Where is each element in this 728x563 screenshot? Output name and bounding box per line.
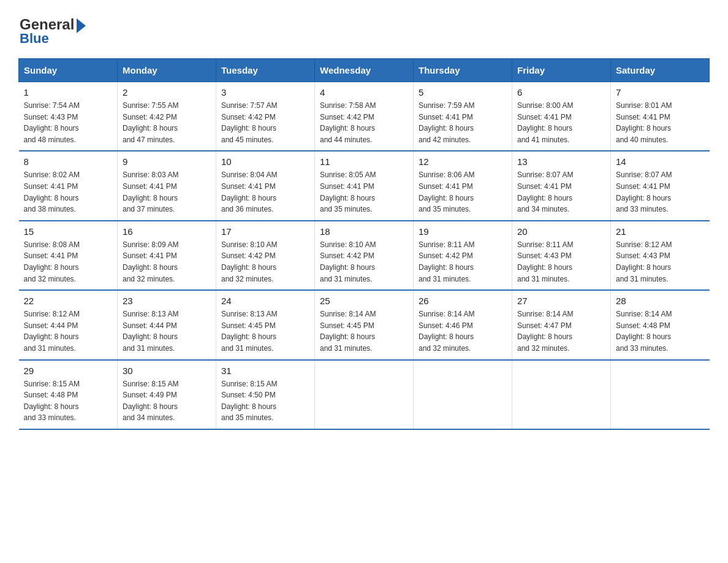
- calendar-cell: 7 Sunrise: 8:01 AMSunset: 4:41 PMDayligh…: [611, 82, 710, 151]
- calendar-cell: 23 Sunrise: 8:13 AMSunset: 4:44 PMDaylig…: [118, 290, 216, 359]
- calendar-cell: 1 Sunrise: 7:54 AMSunset: 4:43 PMDayligh…: [19, 82, 118, 151]
- calendar-table: SundayMondayTuesdayWednesdayThursdayFrid…: [18, 58, 710, 430]
- calendar-cell: 16 Sunrise: 8:09 AMSunset: 4:41 PMDaylig…: [118, 221, 216, 290]
- calendar-cell: 11 Sunrise: 8:05 AMSunset: 4:41 PMDaylig…: [315, 151, 414, 220]
- calendar-cell: 21 Sunrise: 8:12 AMSunset: 4:43 PMDaylig…: [611, 221, 710, 290]
- day-info: Sunrise: 8:02 AMSunset: 4:41 PMDaylight:…: [24, 169, 113, 215]
- calendar-cell: 13 Sunrise: 8:07 AMSunset: 4:41 PMDaylig…: [512, 151, 611, 220]
- day-info: Sunrise: 8:00 AMSunset: 4:41 PMDaylight:…: [517, 100, 605, 145]
- calendar-week-2: 8 Sunrise: 8:02 AMSunset: 4:41 PMDayligh…: [19, 151, 710, 220]
- header-monday: Monday: [118, 59, 216, 82]
- calendar-header-row: SundayMondayTuesdayWednesdayThursdayFrid…: [19, 59, 710, 82]
- calendar-cell: 22 Sunrise: 8:12 AMSunset: 4:44 PMDaylig…: [19, 290, 118, 359]
- calendar-cell: 24 Sunrise: 8:13 AMSunset: 4:45 PMDaylig…: [216, 290, 315, 359]
- day-info: Sunrise: 8:10 AMSunset: 4:42 PMDaylight:…: [320, 239, 408, 285]
- day-number: 9: [123, 156, 211, 167]
- day-number: 25: [320, 296, 408, 306]
- svg-marker-1: [77, 18, 86, 33]
- calendar-cell: 9 Sunrise: 8:03 AMSunset: 4:41 PMDayligh…: [118, 151, 216, 220]
- header-saturday: Saturday: [611, 59, 710, 82]
- day-number: 28: [616, 296, 705, 306]
- calendar-cell: 15 Sunrise: 8:08 AMSunset: 4:41 PMDaylig…: [19, 221, 118, 290]
- calendar-cell: 10 Sunrise: 8:04 AMSunset: 4:41 PMDaylig…: [216, 151, 315, 220]
- day-number: 24: [221, 296, 309, 306]
- calendar-week-1: 1 Sunrise: 7:54 AMSunset: 4:43 PMDayligh…: [19, 82, 710, 151]
- day-info: Sunrise: 8:07 AMSunset: 4:41 PMDaylight:…: [517, 169, 605, 215]
- day-number: 6: [517, 87, 605, 98]
- calendar-cell: 3 Sunrise: 7:57 AMSunset: 4:42 PMDayligh…: [216, 82, 315, 151]
- day-info: Sunrise: 8:09 AMSunset: 4:41 PMDaylight:…: [123, 239, 211, 285]
- day-number: 11: [320, 156, 408, 167]
- calendar-cell: 19 Sunrise: 8:11 AMSunset: 4:42 PMDaylig…: [414, 221, 512, 290]
- calendar-cell: 30 Sunrise: 8:15 AMSunset: 4:49 PMDaylig…: [118, 360, 216, 429]
- day-number: 5: [419, 87, 507, 98]
- day-info: Sunrise: 7:58 AMSunset: 4:42 PMDaylight:…: [320, 100, 408, 145]
- day-info: Sunrise: 8:01 AMSunset: 4:41 PMDaylight:…: [616, 100, 705, 145]
- day-info: Sunrise: 8:10 AMSunset: 4:42 PMDaylight:…: [221, 239, 309, 285]
- day-number: 16: [123, 226, 211, 237]
- day-info: Sunrise: 8:14 AMSunset: 4:46 PMDaylight:…: [419, 308, 507, 354]
- calendar-cell: 20 Sunrise: 8:11 AMSunset: 4:43 PMDaylig…: [512, 221, 611, 290]
- header-wednesday: Wednesday: [315, 59, 414, 82]
- day-info: Sunrise: 8:11 AMSunset: 4:43 PMDaylight:…: [517, 239, 605, 285]
- day-info: Sunrise: 8:14 AMSunset: 4:47 PMDaylight:…: [517, 308, 605, 354]
- day-info: Sunrise: 8:07 AMSunset: 4:41 PMDaylight:…: [616, 169, 705, 215]
- day-number: 3: [221, 87, 309, 98]
- calendar-cell: 6 Sunrise: 8:00 AMSunset: 4:41 PMDayligh…: [512, 82, 611, 151]
- header-tuesday: Tuesday: [216, 59, 315, 82]
- day-number: 8: [24, 156, 113, 167]
- day-number: 27: [517, 296, 605, 306]
- day-number: 30: [123, 366, 211, 376]
- svg-text:Blue: Blue: [20, 31, 49, 46]
- calendar-cell: 18 Sunrise: 8:10 AMSunset: 4:42 PMDaylig…: [315, 221, 414, 290]
- calendar-cell: [414, 360, 512, 429]
- day-info: Sunrise: 8:05 AMSunset: 4:41 PMDaylight:…: [320, 169, 408, 215]
- calendar-cell: [315, 360, 414, 429]
- day-info: Sunrise: 8:11 AMSunset: 4:42 PMDaylight:…: [419, 239, 507, 285]
- header-friday: Friday: [512, 59, 611, 82]
- day-number: 20: [517, 226, 605, 237]
- day-info: Sunrise: 8:12 AMSunset: 4:44 PMDaylight:…: [24, 308, 113, 354]
- calendar-week-4: 22 Sunrise: 8:12 AMSunset: 4:44 PMDaylig…: [19, 290, 710, 359]
- day-number: 7: [616, 87, 705, 98]
- day-info: Sunrise: 8:15 AMSunset: 4:48 PMDaylight:…: [24, 378, 113, 424]
- day-info: Sunrise: 8:15 AMSunset: 4:50 PMDaylight:…: [221, 378, 309, 424]
- calendar-week-5: 29 Sunrise: 8:15 AMSunset: 4:48 PMDaylig…: [19, 360, 710, 429]
- day-info: Sunrise: 8:08 AMSunset: 4:41 PMDaylight:…: [24, 239, 113, 285]
- day-info: Sunrise: 8:15 AMSunset: 4:49 PMDaylight:…: [123, 378, 211, 424]
- day-number: 4: [320, 87, 408, 98]
- day-number: 19: [419, 226, 507, 237]
- calendar-cell: 29 Sunrise: 8:15 AMSunset: 4:48 PMDaylig…: [19, 360, 118, 429]
- day-info: Sunrise: 7:54 AMSunset: 4:43 PMDaylight:…: [24, 100, 113, 145]
- calendar-cell: 28 Sunrise: 8:14 AMSunset: 4:48 PMDaylig…: [611, 290, 710, 359]
- calendar-cell: 27 Sunrise: 8:14 AMSunset: 4:47 PMDaylig…: [512, 290, 611, 359]
- logo: General Blue: [18, 12, 98, 46]
- day-info: Sunrise: 8:14 AMSunset: 4:45 PMDaylight:…: [320, 308, 408, 354]
- calendar-cell: 5 Sunrise: 7:59 AMSunset: 4:41 PMDayligh…: [414, 82, 512, 151]
- calendar-cell: 8 Sunrise: 8:02 AMSunset: 4:41 PMDayligh…: [19, 151, 118, 220]
- day-number: 10: [221, 156, 309, 167]
- day-number: 2: [123, 87, 211, 98]
- calendar-cell: 31 Sunrise: 8:15 AMSunset: 4:50 PMDaylig…: [216, 360, 315, 429]
- calendar-cell: 2 Sunrise: 7:55 AMSunset: 4:42 PMDayligh…: [118, 82, 216, 151]
- calendar-week-3: 15 Sunrise: 8:08 AMSunset: 4:41 PMDaylig…: [19, 221, 710, 290]
- logo-svg: General Blue: [18, 12, 98, 46]
- page-header: General Blue: [18, 12, 710, 46]
- day-info: Sunrise: 8:06 AMSunset: 4:41 PMDaylight:…: [419, 169, 507, 215]
- day-number: 23: [123, 296, 211, 306]
- day-number: 17: [221, 226, 309, 237]
- day-number: 15: [24, 226, 113, 237]
- calendar-cell: 17 Sunrise: 8:10 AMSunset: 4:42 PMDaylig…: [216, 221, 315, 290]
- header-thursday: Thursday: [414, 59, 512, 82]
- day-info: Sunrise: 8:13 AMSunset: 4:45 PMDaylight:…: [221, 308, 309, 354]
- day-info: Sunrise: 7:55 AMSunset: 4:42 PMDaylight:…: [123, 100, 211, 145]
- day-number: 21: [616, 226, 705, 237]
- calendar-cell: 4 Sunrise: 7:58 AMSunset: 4:42 PMDayligh…: [315, 82, 414, 151]
- day-info: Sunrise: 8:04 AMSunset: 4:41 PMDaylight:…: [221, 169, 309, 215]
- day-info: Sunrise: 8:14 AMSunset: 4:48 PMDaylight:…: [616, 308, 705, 354]
- day-number: 29: [24, 366, 113, 376]
- day-number: 22: [24, 296, 113, 306]
- svg-text:General: General: [20, 16, 74, 33]
- day-info: Sunrise: 8:03 AMSunset: 4:41 PMDaylight:…: [123, 169, 211, 215]
- day-number: 12: [419, 156, 507, 167]
